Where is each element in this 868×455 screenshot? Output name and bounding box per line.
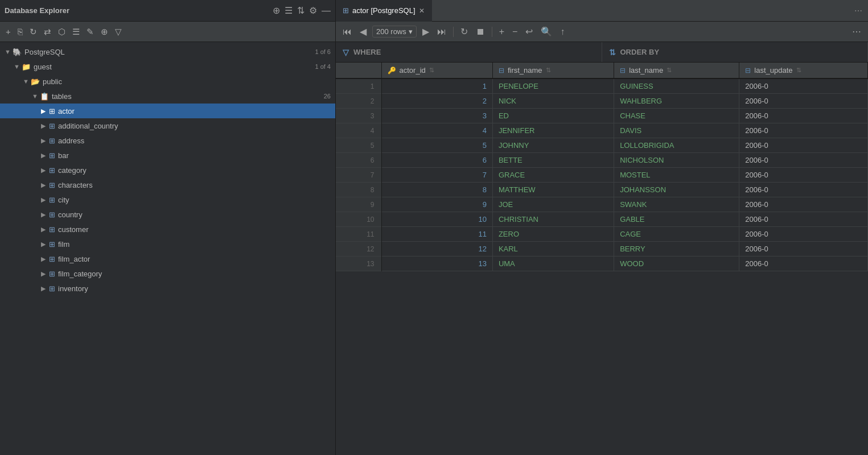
tree-item-inventory[interactable]: ▶ ⊞ inventory — [0, 281, 335, 296]
table-row[interactable]: 33EDCHASE2006-0 — [336, 109, 868, 123]
last-name-cell[interactable]: BERRY — [614, 242, 739, 257]
tab-actor[interactable]: ⊞ actor [PostgreSQL] ✕ — [336, 0, 432, 22]
last-name-cell[interactable]: DAVIS — [614, 123, 739, 138]
col-header-first-name[interactable]: ⊟ first_name ⇅ — [492, 63, 614, 78]
col-header-last-update[interactable]: ⊟ last_update ⇅ — [739, 63, 868, 78]
actor-id-cell[interactable]: 12 — [381, 242, 492, 257]
stop-button[interactable]: ⏹ — [474, 26, 487, 38]
last-update-cell[interactable]: 2006-0 — [739, 197, 868, 212]
first-name-cell[interactable]: GRACE — [492, 168, 614, 183]
col-header-last-name[interactable]: ⊟ last_name ⇅ — [614, 63, 739, 78]
first-name-cell[interactable]: MATTHEW — [492, 183, 614, 197]
tree-item-city[interactable]: ▶ ⊞ city — [0, 192, 335, 207]
col-header-actor-id[interactable]: 🔑 actor_id ⇅ — [381, 63, 492, 78]
tree-item-address[interactable]: ▶ ⊞ address — [0, 133, 335, 148]
more-button[interactable]: ⋯ — [850, 25, 863, 38]
db-icon[interactable]: ⬡ — [56, 26, 68, 38]
revert-button[interactable]: ↩ — [523, 25, 535, 38]
tree-item-additional-country[interactable]: ▶ ⊞ additional_country — [0, 118, 335, 133]
actor-id-cell[interactable]: 10 — [381, 212, 492, 227]
actor-id-cell[interactable]: 2 — [381, 94, 492, 109]
order-by-section[interactable]: ⇅ ORDER BY — [602, 42, 869, 62]
filter-icon2[interactable]: ▽ — [113, 26, 124, 38]
settings-icon[interactable]: ⚙ — [309, 5, 317, 16]
first-page-button[interactable]: ⏮ — [340, 26, 354, 38]
next-page-button[interactable]: ▶ — [420, 25, 431, 38]
copy-icon[interactable]: ⎘ — [15, 26, 25, 38]
table-row[interactable]: 55JOHNNYLOLLOBRIGIDA2006-0 — [336, 138, 868, 153]
refresh-data-button[interactable]: ↻ — [458, 25, 470, 38]
table-row[interactable]: 22NICKWAHLBERG2006-0 — [336, 94, 868, 109]
last-update-cell[interactable]: 2006-0 — [739, 183, 868, 197]
tree-item-tables[interactable]: ▼ 📋 tables 26 — [0, 89, 335, 104]
first-name-cell[interactable]: CHRISTIAN — [492, 212, 614, 227]
last-update-cell[interactable]: 2006-0 — [739, 94, 868, 109]
first-name-cell[interactable]: UMA — [492, 257, 614, 271]
last-update-cell[interactable]: 2006-0 — [739, 212, 868, 227]
filter-icon[interactable]: ⇅ — [297, 5, 305, 16]
table-row[interactable]: 77GRACEMOSTEL2006-0 — [336, 168, 868, 183]
last-name-cell[interactable]: GUINESS — [614, 78, 739, 94]
last-update-cell[interactable]: 2006-0 — [739, 168, 868, 183]
actor-id-cell[interactable]: 6 — [381, 153, 492, 168]
tree-item-film[interactable]: ▶ ⊞ film — [0, 237, 335, 251]
actor-id-cell[interactable]: 4 — [381, 123, 492, 138]
tab-close-button[interactable]: ✕ — [419, 7, 425, 15]
actor-id-cell[interactable]: 3 — [381, 109, 492, 123]
tree-item-characters[interactable]: ▶ ⊞ characters — [0, 177, 335, 192]
tree-item-postgres[interactable]: ▼ 🐘 PostgreSQL 1 of 6 — [0, 44, 335, 59]
last-update-cell[interactable]: 2006-0 — [739, 109, 868, 123]
last-update-cell[interactable]: 2006-0 — [739, 257, 868, 271]
tree-item-guest[interactable]: ▼ 📁 guest 1 of 4 — [0, 59, 335, 74]
add-icon[interactable]: + — [3, 26, 13, 38]
table-row[interactable]: 44JENNIFERDAVIS2006-0 — [336, 123, 868, 138]
tree-item-customer[interactable]: ▶ ⊞ customer — [0, 222, 335, 237]
first-name-cell[interactable]: JOHNNY — [492, 138, 614, 153]
delete-row-button[interactable]: − — [510, 26, 520, 38]
table-row[interactable]: 88MATTHEWJOHANSSON2006-0 — [336, 183, 868, 197]
prev-page-button[interactable]: ◀ — [357, 25, 369, 38]
actor-id-cell[interactable]: 1 — [381, 78, 492, 94]
switch-icon[interactable]: ⇄ — [42, 26, 54, 38]
table-row[interactable]: 1212KARLBERRY2006-0 — [336, 242, 868, 257]
first-name-cell[interactable]: PENELOPE — [492, 78, 614, 94]
jump-icon[interactable]: ⊕ — [98, 26, 110, 38]
first-name-sort-icon[interactable]: ⇅ — [546, 67, 551, 74]
last-update-cell[interactable]: 2006-0 — [739, 227, 868, 242]
last-name-cell[interactable]: CHASE — [614, 109, 739, 123]
last-update-cell[interactable]: 2006-0 — [739, 78, 868, 94]
last-update-cell[interactable]: 2006-0 — [739, 123, 868, 138]
tab-overflow-button[interactable]: ⋯ — [849, 6, 868, 15]
actor-id-cell[interactable]: 13 — [381, 257, 492, 271]
first-name-cell[interactable]: JENNIFER — [492, 123, 614, 138]
first-name-cell[interactable]: JOE — [492, 197, 614, 212]
first-name-cell[interactable]: KARL — [492, 242, 614, 257]
last-name-cell[interactable]: WOOD — [614, 257, 739, 271]
actor-id-cell[interactable]: 9 — [381, 197, 492, 212]
add-connection-icon[interactable]: ⊕ — [273, 5, 280, 16]
tree-item-film-actor[interactable]: ▶ ⊞ film_actor — [0, 251, 335, 266]
last-update-cell[interactable]: 2006-0 — [739, 242, 868, 257]
table-view-icon[interactable]: ☰ — [70, 26, 82, 38]
rows-selector[interactable]: 200 rows ▾ — [372, 26, 417, 38]
tree-item-bar[interactable]: ▶ ⊞ bar — [0, 148, 335, 163]
refresh-icon[interactable]: ↻ — [27, 26, 39, 38]
tree-item-country[interactable]: ▶ ⊞ country — [0, 207, 335, 222]
last-name-cell[interactable]: JOHANSSON — [614, 183, 739, 197]
last-page-button[interactable]: ⏭ — [435, 26, 449, 38]
actor-id-cell[interactable]: 5 — [381, 138, 492, 153]
table-row[interactable]: 11PENELOPEGUINESS2006-0 — [336, 78, 868, 94]
last-name-sort-icon[interactable]: ⇅ — [667, 67, 672, 74]
last-name-cell[interactable]: SWANK — [614, 197, 739, 212]
first-name-cell[interactable]: BETTE — [492, 153, 614, 168]
search-button[interactable]: 🔍 — [538, 25, 554, 38]
add-row-button[interactable]: + — [497, 26, 507, 38]
minimize-icon[interactable]: — — [322, 6, 331, 16]
first-name-cell[interactable]: NICK — [492, 94, 614, 109]
first-name-cell[interactable]: ED — [492, 109, 614, 123]
submit-button[interactable]: ↑ — [558, 26, 567, 38]
actor-id-cell[interactable]: 8 — [381, 183, 492, 197]
last-name-cell[interactable]: WAHLBERG — [614, 94, 739, 109]
actor-id-sort-icon[interactable]: ⇅ — [429, 67, 434, 74]
last-name-cell[interactable]: MOSTEL — [614, 168, 739, 183]
